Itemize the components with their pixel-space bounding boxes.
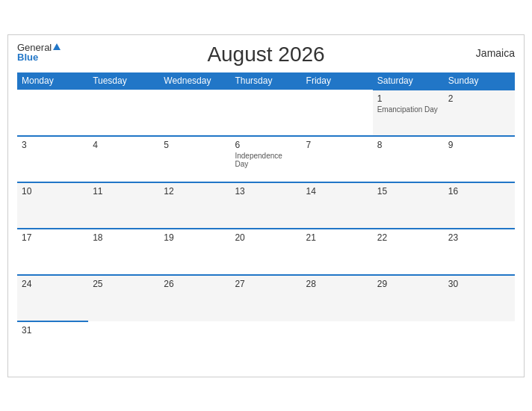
calendar-week-row: 31 (17, 321, 515, 368)
day-number: 25 (93, 279, 155, 289)
day-number: 16 (448, 186, 510, 197)
day-number: 1 (377, 93, 439, 104)
calendar-day-cell (373, 321, 444, 368)
calendar-day-cell: 8 (373, 136, 444, 182)
day-number: 17 (22, 232, 84, 243)
day-number: 23 (448, 232, 510, 243)
calendar-week-row: 24252627282930 (17, 275, 515, 321)
calendar-day-cell (444, 321, 515, 368)
calendar-day-cell: 20 (230, 229, 301, 275)
day-number: 30 (448, 279, 510, 289)
day-number: 24 (22, 279, 84, 289)
calendar-day-cell: 18 (88, 229, 159, 275)
holiday-label: Independence Day (235, 152, 297, 168)
logo-triangle-icon (53, 43, 61, 50)
day-number: 26 (164, 279, 226, 289)
calendar-day-cell: 4 (88, 136, 159, 182)
header-tuesday: Tuesday (88, 72, 159, 90)
logo-blue-text: Blue (17, 52, 61, 62)
day-number: 13 (235, 186, 297, 197)
day-number: 31 (22, 325, 84, 336)
calendar-day-cell: 13 (230, 182, 301, 229)
header-friday: Friday (302, 72, 373, 90)
day-number: 12 (164, 186, 226, 197)
calendar-day-cell: 3 (17, 136, 88, 182)
month-year-title: August 2026 (207, 43, 324, 67)
day-number: 3 (22, 140, 84, 150)
header-thursday: Thursday (230, 72, 301, 90)
day-number: 11 (93, 186, 155, 197)
calendar-header: General Blue August 2026 Jamaica (17, 43, 515, 67)
calendar-day-cell: 21 (302, 229, 373, 275)
calendar-day-cell: 30 (444, 275, 515, 321)
day-number: 20 (235, 232, 297, 243)
header-monday: Monday (17, 72, 88, 90)
day-number: 22 (377, 232, 439, 243)
calendar-week-row: 1Emancipation Day2 (17, 90, 515, 136)
calendar-day-cell: 17 (17, 229, 88, 275)
calendar-container: General Blue August 2026 Jamaica Monday … (7, 34, 525, 377)
calendar-day-cell (17, 90, 88, 136)
day-number: 9 (448, 140, 510, 150)
calendar-day-cell: 28 (302, 275, 373, 321)
day-number: 15 (377, 186, 439, 197)
calendar-day-cell: 29 (373, 275, 444, 321)
calendar-day-cell: 26 (159, 275, 230, 321)
calendar-day-cell: 15 (373, 182, 444, 229)
day-number: 7 (306, 140, 368, 150)
calendar-day-cell (88, 90, 159, 136)
calendar-day-cell (88, 321, 159, 368)
calendar-table: Monday Tuesday Wednesday Thursday Friday… (17, 72, 515, 368)
calendar-day-cell (302, 321, 373, 368)
day-number: 4 (93, 140, 155, 150)
day-number: 8 (377, 140, 439, 150)
calendar-week-row: 3456Independence Day789 (17, 136, 515, 182)
day-number: 27 (235, 279, 297, 289)
day-number: 21 (306, 232, 368, 243)
calendar-day-cell (230, 321, 301, 368)
day-number: 19 (164, 232, 226, 243)
header-sunday: Sunday (444, 72, 515, 90)
day-number: 2 (448, 93, 510, 104)
header-wednesday: Wednesday (159, 72, 230, 90)
calendar-day-cell: 31 (17, 321, 88, 368)
calendar-day-cell (159, 90, 230, 136)
calendar-day-cell: 11 (88, 182, 159, 229)
day-number: 29 (377, 279, 439, 289)
day-number: 28 (306, 279, 368, 289)
day-number: 18 (93, 232, 155, 243)
day-number: 14 (306, 186, 368, 197)
calendar-day-cell: 19 (159, 229, 230, 275)
calendar-day-cell: 1Emancipation Day (373, 90, 444, 136)
calendar-day-cell: 16 (444, 182, 515, 229)
calendar-day-cell: 23 (444, 229, 515, 275)
calendar-day-cell (302, 90, 373, 136)
calendar-day-cell: 22 (373, 229, 444, 275)
calendar-day-cell: 12 (159, 182, 230, 229)
calendar-day-cell: 14 (302, 182, 373, 229)
calendar-day-cell (159, 321, 230, 368)
calendar-day-cell: 10 (17, 182, 88, 229)
calendar-day-cell: 7 (302, 136, 373, 182)
header-saturday: Saturday (373, 72, 444, 90)
calendar-day-cell (230, 90, 301, 136)
logo-general-text: General (17, 43, 61, 52)
calendar-week-row: 17181920212223 (17, 229, 515, 275)
holiday-label: Emancipation Day (377, 105, 439, 114)
calendar-day-cell: 25 (88, 275, 159, 321)
calendar-day-cell: 5 (159, 136, 230, 182)
calendar-day-cell: 9 (444, 136, 515, 182)
logo: General Blue (17, 43, 61, 62)
calendar-day-cell: 27 (230, 275, 301, 321)
country-label: Jamaica (476, 47, 515, 59)
day-number: 5 (164, 140, 226, 150)
calendar-day-cell: 2 (444, 90, 515, 136)
day-number: 10 (22, 186, 84, 197)
weekday-header-row: Monday Tuesday Wednesday Thursday Friday… (17, 72, 515, 90)
calendar-day-cell: 6Independence Day (230, 136, 301, 182)
calendar-week-row: 10111213141516 (17, 182, 515, 229)
calendar-day-cell: 24 (17, 275, 88, 321)
day-number: 6 (235, 140, 297, 150)
